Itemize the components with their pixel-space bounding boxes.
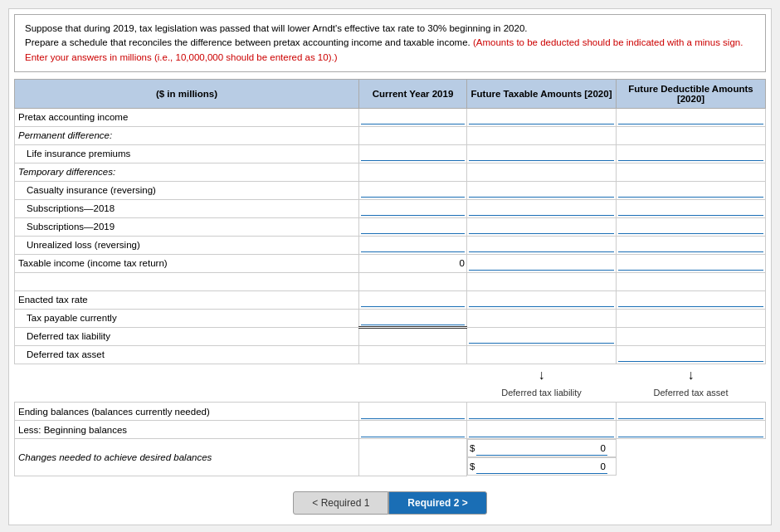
input-field[interactable] [361, 237, 465, 252]
input-field[interactable] [618, 347, 763, 362]
input-lessbegin-fd[interactable] [617, 421, 766, 439]
input-subs2019-fd[interactable] [617, 217, 766, 236]
deferred-labels-row: Deferred tax liability Deferred tax asse… [15, 384, 766, 403]
table-row: Casualty insurance (reversing) [15, 181, 766, 199]
input-deftaxasset-cy [359, 345, 467, 364]
input-field[interactable] [618, 110, 763, 124]
input-field[interactable] [361, 201, 465, 216]
row-label-casualty: Casualty insurance (reversing) [15, 181, 359, 199]
input-field[interactable] [469, 146, 614, 161]
main-table-wrapper: ($ in millions) Current Year 2019 Future… [14, 79, 766, 476]
input-ending-fd[interactable] [617, 403, 766, 421]
input-subs2018-cy[interactable] [359, 199, 467, 217]
input-field[interactable] [469, 110, 614, 124]
table-row: Enacted tax rate [15, 290, 766, 309]
input-field[interactable] [361, 292, 465, 307]
input-unrealized-ft[interactable] [467, 236, 617, 254]
input-field[interactable] [469, 329, 614, 344]
instructions-text2: Prepare a schedule that reconciles the d… [25, 37, 473, 47]
input-casualty-ft[interactable] [467, 181, 617, 199]
input-unrealized-fd[interactable] [617, 236, 766, 254]
reconciliation-table: ($ in millions) Current Year 2019 Future… [14, 79, 766, 476]
input-field[interactable] [469, 292, 614, 307]
input-field[interactable] [361, 219, 465, 234]
table-row: Permanent difference: [15, 126, 766, 144]
input-taxable-fd[interactable] [617, 254, 766, 272]
input-field[interactable] [618, 422, 763, 437]
input-field[interactable] [618, 146, 763, 161]
table-row: Temporary differences: [15, 163, 766, 181]
row-label-subs2019: Subscriptions—2019 [15, 217, 359, 236]
input-field[interactable] [469, 237, 614, 252]
input-deftaxasset-ft [467, 345, 617, 364]
input-ending-ft[interactable] [467, 403, 617, 421]
input-field[interactable] [361, 110, 465, 124]
input-pretax-cy[interactable] [359, 108, 467, 126]
row-label-less-beginning: Less: Beginning balances [15, 421, 359, 439]
input-enacted-cy[interactable] [359, 290, 467, 309]
input-field[interactable] [618, 292, 763, 307]
input-field[interactable] [361, 183, 465, 198]
input-field[interactable] [618, 256, 763, 271]
input-subs2019-cy[interactable] [359, 217, 467, 236]
input-pretax-ft[interactable] [467, 108, 617, 126]
input-field[interactable] [361, 422, 465, 437]
input-enacted-ft[interactable] [467, 290, 617, 309]
deferred-tax-liability-label: Deferred tax liability [467, 384, 617, 403]
input-field[interactable] [469, 404, 614, 419]
input-field[interactable] [361, 404, 465, 419]
instructions-box: Suppose that during 2019, tax legislatio… [14, 14, 766, 72]
row-label-enacted: Enacted tax rate [15, 290, 359, 309]
input-unrealized-cy[interactable] [359, 236, 467, 254]
taxable-income-static: 0 [359, 254, 467, 272]
input-field[interactable] [618, 201, 763, 216]
input-lessbegin-ft[interactable] [467, 421, 617, 439]
input-field[interactable] [469, 256, 614, 271]
changes-fd-cell: $ [467, 457, 617, 476]
input-casualty-cy[interactable] [359, 181, 467, 199]
input-field[interactable] [469, 201, 614, 216]
input-lessbegin-cy[interactable] [359, 421, 467, 439]
input-subs2018-fd[interactable] [617, 199, 766, 217]
input-field[interactable] [469, 422, 614, 437]
instructions-text1: Suppose that during 2019, tax legislatio… [25, 23, 527, 33]
row-label-unrealized: Unrealized loss (reversing) [15, 236, 359, 254]
required-2-button[interactable]: Required 2 > [388, 491, 486, 515]
input-taxpayable-cy[interactable] [359, 309, 467, 327]
input-deftaxasset-fd[interactable] [617, 345, 766, 364]
row-label-perm-diff: Permanent difference: [15, 126, 359, 144]
input-field[interactable] [469, 219, 614, 234]
input-lifeins-cy[interactable] [359, 144, 467, 163]
row-label-tax-payable: Tax payable currently [15, 309, 359, 327]
input-field[interactable] [361, 310, 465, 325]
input-taxable-ft[interactable] [467, 254, 617, 272]
input-field[interactable] [618, 219, 763, 234]
input-changes-fd[interactable] [476, 459, 607, 474]
required-1-button[interactable]: < Required 1 [293, 491, 388, 515]
input-field[interactable] [469, 183, 614, 198]
input-enacted-fd[interactable] [617, 290, 766, 309]
input-taxpayable-fd [617, 309, 766, 327]
input-field[interactable] [361, 146, 465, 161]
row-label-deferred-asset: Deferred tax asset [15, 345, 359, 364]
input-deftaxliab-ft[interactable] [467, 327, 617, 345]
input-lifeins-fd[interactable] [617, 144, 766, 163]
input-field[interactable] [618, 404, 763, 419]
input-changes-ft[interactable] [476, 441, 607, 456]
input-field[interactable] [618, 237, 763, 252]
table-row: Tax payable currently [15, 309, 766, 327]
input-permdiff-cy [359, 126, 467, 144]
table-row: Subscriptions—2019 [15, 217, 766, 236]
input-deftaxliab-fd [617, 327, 766, 345]
input-pretax-fd[interactable] [617, 108, 766, 126]
input-field[interactable] [618, 183, 763, 198]
row-label-temp-diff: Temporary differences: [15, 163, 359, 181]
input-ending-cy[interactable] [359, 403, 467, 421]
changes-cy-spacer [359, 439, 467, 476]
input-subs2018-ft[interactable] [467, 199, 617, 217]
input-casualty-fd[interactable] [617, 181, 766, 199]
input-lifeins-ft[interactable] [467, 144, 617, 163]
input-subs2019-ft[interactable] [467, 217, 617, 236]
changes-ft-cell: $ [467, 439, 617, 457]
table-row: Unrealized loss (reversing) [15, 236, 766, 254]
